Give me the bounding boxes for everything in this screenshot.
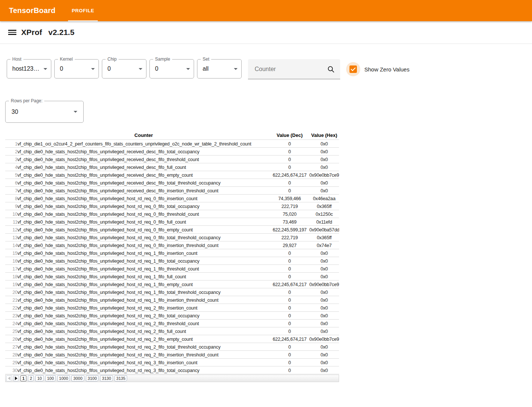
row-value-hex: 0x90e0bb7ce9	[309, 335, 339, 343]
row-counter-name: vf_chip_die0_hde_stats_host2chip_fifos_u…	[17, 195, 270, 202]
table-row[interactable]: 4 vf_chip_die0_hde_stats_host2chip_fifos…	[5, 163, 339, 171]
row-value-hex: 0x0	[309, 187, 339, 195]
table-row[interactable]: 7 vf_chip_die0_hde_stats_host2chip_fifos…	[5, 187, 339, 195]
table-row[interactable]: 18 vf_chip_die0_hde_stats_host2chip_fifo…	[5, 273, 339, 281]
table-row[interactable]: 9 vf_chip_die0_hde_stats_host2chip_fifos…	[5, 202, 339, 210]
sample-select[interactable]: Sample 0	[149, 59, 194, 78]
table-row[interactable]: 27 vf_chip_die0_hde_stats_host2chip_fifo…	[5, 343, 339, 351]
row-value-dec: 0	[270, 304, 309, 312]
table-row[interactable]: 14 vf_chip_die0_hde_stats_host2chip_fifo…	[5, 241, 339, 249]
table-row[interactable]: 28 vf_chip_die0_hde_stats_host2chip_fifo…	[5, 351, 339, 359]
table-row[interactable]: 22 vf_chip_die0_hde_stats_host2chip_fifo…	[5, 304, 339, 312]
row-index: 13	[5, 234, 17, 241]
row-index: 2	[5, 148, 17, 156]
row-index: 9	[5, 202, 17, 210]
page-number-button[interactable]: 3130	[100, 375, 113, 381]
row-value-hex: 0x0	[309, 359, 339, 366]
sample-select-label: Sample	[153, 57, 172, 62]
pagination-bar: 121010010003000310031303135	[5, 375, 339, 382]
host-select-label: Host	[10, 57, 23, 62]
table-row[interactable]: 24 vf_chip_die0_hde_stats_host2chip_fifo…	[5, 320, 339, 327]
row-counter-name: vf_chip_die1_oci_o2cur4_2_perf_counters_…	[17, 140, 270, 148]
row-counter-name: vf_chip_die0_hde_stats_host2chip_fifos_u…	[17, 148, 270, 156]
table-row[interactable]: 25 vf_chip_die0_hde_stats_host2chip_fifo…	[5, 327, 339, 335]
page-buttons: 121010010003000310031303135	[20, 375, 129, 381]
row-index: 28	[5, 351, 17, 359]
kernel-select[interactable]: Kernel 0	[54, 59, 99, 78]
table-row[interactable]: 17 vf_chip_die0_hde_stats_host2chip_fifo…	[5, 265, 339, 273]
row-value-hex: 0x0	[309, 273, 339, 281]
tab-profile[interactable]: PROFILE	[68, 0, 98, 21]
row-value-hex: 0x0	[309, 156, 339, 163]
page-number-button[interactable]: 3100	[86, 375, 99, 381]
table-row[interactable]: 16 vf_chip_die0_hde_stats_host2chip_fifo…	[5, 257, 339, 265]
page-number-button[interactable]: 3135	[115, 375, 127, 381]
row-counter-name: vf_chip_die0_hde_stats_host2chip_fifos_u…	[17, 234, 270, 241]
row-index: 25	[5, 327, 17, 335]
row-index: 12	[5, 226, 17, 234]
set-select[interactable]: Set all	[197, 59, 242, 78]
table-row[interactable]: 15 vf_chip_die0_hde_stats_host2chip_fifo…	[5, 249, 339, 257]
triangle-right-icon	[15, 376, 17, 380]
row-counter-name: vf_chip_die0_hde_stats_host2chip_fifos_u…	[17, 187, 270, 195]
row-value-dec: 0	[270, 312, 309, 320]
page-number-button[interactable]: 2	[28, 375, 34, 381]
row-value-dec: 0	[270, 351, 309, 359]
row-counter-name: vf_chip_die0_hde_stats_host2chip_fifos_u…	[17, 312, 270, 320]
table-row[interactable]: 3 vf_chip_die0_hde_stats_host2chip_fifos…	[5, 156, 339, 163]
prev-page-button[interactable]	[6, 375, 12, 381]
table-row[interactable]: 29 vf_chip_die0_hde_stats_host2chip_fifo…	[5, 359, 339, 366]
host-select[interactable]: Host host123…	[7, 59, 51, 78]
table-row[interactable]: 5 vf_chip_die0_hde_stats_host2chip_fifos…	[5, 171, 339, 179]
row-value-dec: 0	[270, 327, 309, 335]
app-header: TensorBoard PROFILE	[0, 0, 532, 21]
row-value-hex: 0x1250c	[309, 210, 339, 218]
row-counter-name: vf_chip_die0_hde_stats_host2chip_fifos_u…	[17, 163, 270, 171]
hamburger-icon[interactable]	[8, 29, 16, 36]
table-row[interactable]: 8 vf_chip_die0_hde_stats_host2chip_fifos…	[5, 195, 339, 202]
page-number-button[interactable]: 1	[20, 375, 26, 381]
row-counter-name: vf_chip_die0_hde_stats_host2chip_fifos_u…	[17, 257, 270, 265]
page-number-button[interactable]: 100	[45, 375, 56, 381]
row-value-dec: 222,719	[270, 234, 309, 241]
row-value-hex: 0x0	[309, 312, 339, 320]
rows-per-page-select[interactable]: Rows per Page: 30	[5, 101, 84, 123]
page-number-button[interactable]: 1000	[57, 375, 70, 381]
table-row[interactable]: 2 vf_chip_die0_hde_stats_host2chip_fifos…	[5, 148, 339, 156]
chevron-down-icon	[43, 68, 47, 70]
page-number-button[interactable]: 3000	[71, 375, 84, 381]
row-index: 27	[5, 343, 17, 351]
table-row[interactable]: 21 vf_chip_die0_hde_stats_host2chip_fifo…	[5, 296, 339, 304]
row-value-dec: 75,020	[270, 210, 309, 218]
row-index: 26	[5, 335, 17, 343]
table-row[interactable]: 12 vf_chip_die0_hde_stats_host2chip_fifo…	[5, 226, 339, 234]
table-row[interactable]: 23 vf_chip_die0_hde_stats_host2chip_fifo…	[5, 312, 339, 320]
row-index: 4	[5, 163, 17, 171]
row-counter-name: vf_chip_die0_hde_stats_host2chip_fifos_u…	[17, 171, 270, 179]
row-value-dec: 0	[270, 257, 309, 265]
chip-select[interactable]: Chip 0	[102, 59, 146, 78]
table-row[interactable]: 6 vf_chip_die0_hde_stats_host2chip_fifos…	[5, 179, 339, 187]
row-value-hex: 0x365ff	[309, 202, 339, 210]
row-index: 15	[5, 249, 17, 257]
row-value-dec: 0	[270, 273, 309, 281]
search-icon[interactable]	[327, 65, 335, 73]
table-row[interactable]: 13 vf_chip_die0_hde_stats_host2chip_fifo…	[5, 234, 339, 241]
table-row[interactable]: 30 vf_chip_die0_hde_stats_host2chip_fifo…	[5, 366, 339, 374]
table-row[interactable]: 11 vf_chip_die0_hde_stats_host2chip_fifo…	[5, 218, 339, 226]
next-page-button[interactable]	[13, 375, 19, 381]
table-row[interactable]: 10 vf_chip_die0_hde_stats_host2chip_fifo…	[5, 210, 339, 218]
show-zero-values-checkbox[interactable]	[346, 62, 360, 76]
table-row[interactable]: 26 vf_chip_die0_hde_stats_host2chip_fifo…	[5, 335, 339, 343]
table-row[interactable]: 19 vf_chip_die0_hde_stats_host2chip_fifo…	[5, 281, 339, 288]
row-value-hex: 0x0	[309, 327, 339, 335]
page-number-button[interactable]: 10	[35, 375, 43, 381]
row-value-hex: 0x0	[309, 351, 339, 359]
table-row[interactable]: 1 vf_chip_die1_oci_o2cur4_2_perf_counter…	[5, 140, 339, 148]
row-value-hex: 0x0	[309, 257, 339, 265]
counter-search-input[interactable]	[254, 65, 327, 73]
table-row[interactable]: 20 vf_chip_die0_hde_stats_host2chip_fifo…	[5, 288, 339, 296]
row-counter-name: vf_chip_die0_hde_stats_host2chip_fifos_u…	[17, 226, 270, 234]
row-value-dec: 0	[270, 366, 309, 374]
row-counter-name: vf_chip_die0_hde_stats_host2chip_fifos_u…	[17, 351, 270, 359]
